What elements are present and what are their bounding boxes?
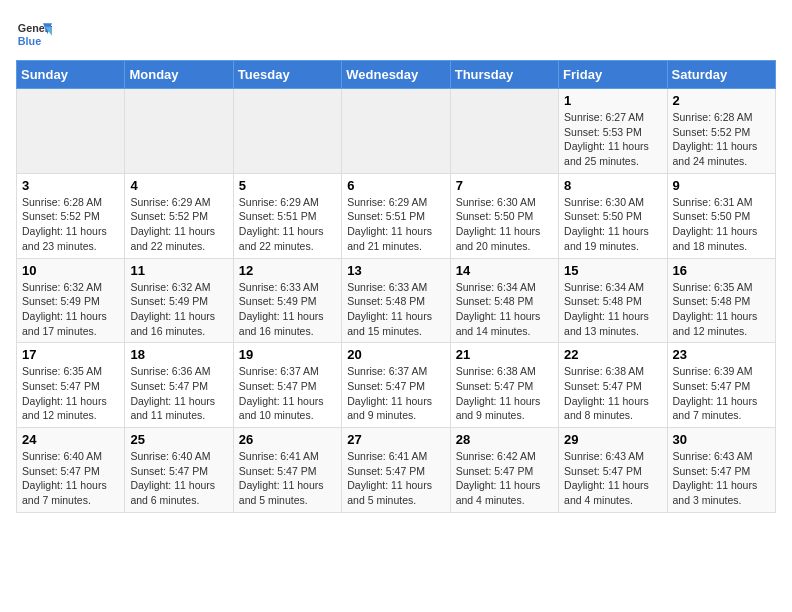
day-cell: 15Sunrise: 6:34 AM Sunset: 5:48 PM Dayli… bbox=[559, 258, 667, 343]
day-cell: 22Sunrise: 6:38 AM Sunset: 5:47 PM Dayli… bbox=[559, 343, 667, 428]
day-cell: 27Sunrise: 6:41 AM Sunset: 5:47 PM Dayli… bbox=[342, 428, 450, 513]
day-number: 15 bbox=[564, 263, 661, 278]
day-cell: 18Sunrise: 6:36 AM Sunset: 5:47 PM Dayli… bbox=[125, 343, 233, 428]
header: General Blue bbox=[16, 16, 776, 52]
day-cell: 21Sunrise: 6:38 AM Sunset: 5:47 PM Dayli… bbox=[450, 343, 558, 428]
day-cell: 23Sunrise: 6:39 AM Sunset: 5:47 PM Dayli… bbox=[667, 343, 775, 428]
day-info: Sunrise: 6:32 AM Sunset: 5:49 PM Dayligh… bbox=[130, 280, 227, 339]
day-cell: 28Sunrise: 6:42 AM Sunset: 5:47 PM Dayli… bbox=[450, 428, 558, 513]
day-number: 5 bbox=[239, 178, 336, 193]
day-cell: 7Sunrise: 6:30 AM Sunset: 5:50 PM Daylig… bbox=[450, 173, 558, 258]
logo: General Blue bbox=[16, 16, 52, 52]
day-info: Sunrise: 6:41 AM Sunset: 5:47 PM Dayligh… bbox=[239, 449, 336, 508]
calendar-table: SundayMondayTuesdayWednesdayThursdayFrid… bbox=[16, 60, 776, 513]
col-header-tuesday: Tuesday bbox=[233, 61, 341, 89]
day-info: Sunrise: 6:43 AM Sunset: 5:47 PM Dayligh… bbox=[564, 449, 661, 508]
day-cell bbox=[233, 89, 341, 174]
day-number: 23 bbox=[673, 347, 770, 362]
day-number: 30 bbox=[673, 432, 770, 447]
day-number: 2 bbox=[673, 93, 770, 108]
day-info: Sunrise: 6:31 AM Sunset: 5:50 PM Dayligh… bbox=[673, 195, 770, 254]
day-number: 8 bbox=[564, 178, 661, 193]
day-cell: 13Sunrise: 6:33 AM Sunset: 5:48 PM Dayli… bbox=[342, 258, 450, 343]
col-header-wednesday: Wednesday bbox=[342, 61, 450, 89]
day-number: 27 bbox=[347, 432, 444, 447]
day-info: Sunrise: 6:27 AM Sunset: 5:53 PM Dayligh… bbox=[564, 110, 661, 169]
day-cell bbox=[342, 89, 450, 174]
week-row-2: 3Sunrise: 6:28 AM Sunset: 5:52 PM Daylig… bbox=[17, 173, 776, 258]
day-cell: 25Sunrise: 6:40 AM Sunset: 5:47 PM Dayli… bbox=[125, 428, 233, 513]
day-info: Sunrise: 6:39 AM Sunset: 5:47 PM Dayligh… bbox=[673, 364, 770, 423]
day-number: 14 bbox=[456, 263, 553, 278]
day-cell: 29Sunrise: 6:43 AM Sunset: 5:47 PM Dayli… bbox=[559, 428, 667, 513]
day-cell: 9Sunrise: 6:31 AM Sunset: 5:50 PM Daylig… bbox=[667, 173, 775, 258]
day-info: Sunrise: 6:42 AM Sunset: 5:47 PM Dayligh… bbox=[456, 449, 553, 508]
day-cell: 16Sunrise: 6:35 AM Sunset: 5:48 PM Dayli… bbox=[667, 258, 775, 343]
week-row-1: 1Sunrise: 6:27 AM Sunset: 5:53 PM Daylig… bbox=[17, 89, 776, 174]
day-number: 7 bbox=[456, 178, 553, 193]
day-cell: 14Sunrise: 6:34 AM Sunset: 5:48 PM Dayli… bbox=[450, 258, 558, 343]
day-number: 4 bbox=[130, 178, 227, 193]
day-info: Sunrise: 6:28 AM Sunset: 5:52 PM Dayligh… bbox=[673, 110, 770, 169]
day-number: 24 bbox=[22, 432, 119, 447]
day-number: 3 bbox=[22, 178, 119, 193]
day-number: 11 bbox=[130, 263, 227, 278]
logo-icon: General Blue bbox=[16, 16, 52, 52]
day-number: 19 bbox=[239, 347, 336, 362]
day-number: 20 bbox=[347, 347, 444, 362]
day-cell: 12Sunrise: 6:33 AM Sunset: 5:49 PM Dayli… bbox=[233, 258, 341, 343]
day-cell bbox=[125, 89, 233, 174]
svg-text:Blue: Blue bbox=[18, 35, 41, 47]
day-cell: 1Sunrise: 6:27 AM Sunset: 5:53 PM Daylig… bbox=[559, 89, 667, 174]
col-header-saturday: Saturday bbox=[667, 61, 775, 89]
day-info: Sunrise: 6:32 AM Sunset: 5:49 PM Dayligh… bbox=[22, 280, 119, 339]
day-number: 9 bbox=[673, 178, 770, 193]
day-info: Sunrise: 6:38 AM Sunset: 5:47 PM Dayligh… bbox=[456, 364, 553, 423]
day-info: Sunrise: 6:30 AM Sunset: 5:50 PM Dayligh… bbox=[564, 195, 661, 254]
day-info: Sunrise: 6:28 AM Sunset: 5:52 PM Dayligh… bbox=[22, 195, 119, 254]
day-cell: 3Sunrise: 6:28 AM Sunset: 5:52 PM Daylig… bbox=[17, 173, 125, 258]
day-number: 21 bbox=[456, 347, 553, 362]
day-info: Sunrise: 6:41 AM Sunset: 5:47 PM Dayligh… bbox=[347, 449, 444, 508]
col-header-thursday: Thursday bbox=[450, 61, 558, 89]
day-info: Sunrise: 6:43 AM Sunset: 5:47 PM Dayligh… bbox=[673, 449, 770, 508]
day-cell: 17Sunrise: 6:35 AM Sunset: 5:47 PM Dayli… bbox=[17, 343, 125, 428]
day-number: 28 bbox=[456, 432, 553, 447]
day-info: Sunrise: 6:38 AM Sunset: 5:47 PM Dayligh… bbox=[564, 364, 661, 423]
day-number: 12 bbox=[239, 263, 336, 278]
day-number: 18 bbox=[130, 347, 227, 362]
day-cell: 11Sunrise: 6:32 AM Sunset: 5:49 PM Dayli… bbox=[125, 258, 233, 343]
day-info: Sunrise: 6:29 AM Sunset: 5:52 PM Dayligh… bbox=[130, 195, 227, 254]
day-info: Sunrise: 6:33 AM Sunset: 5:49 PM Dayligh… bbox=[239, 280, 336, 339]
day-number: 1 bbox=[564, 93, 661, 108]
day-number: 10 bbox=[22, 263, 119, 278]
day-cell: 24Sunrise: 6:40 AM Sunset: 5:47 PM Dayli… bbox=[17, 428, 125, 513]
day-number: 29 bbox=[564, 432, 661, 447]
col-header-friday: Friday bbox=[559, 61, 667, 89]
week-row-3: 10Sunrise: 6:32 AM Sunset: 5:49 PM Dayli… bbox=[17, 258, 776, 343]
col-header-monday: Monday bbox=[125, 61, 233, 89]
day-cell: 20Sunrise: 6:37 AM Sunset: 5:47 PM Dayli… bbox=[342, 343, 450, 428]
day-cell: 26Sunrise: 6:41 AM Sunset: 5:47 PM Dayli… bbox=[233, 428, 341, 513]
day-info: Sunrise: 6:29 AM Sunset: 5:51 PM Dayligh… bbox=[347, 195, 444, 254]
day-info: Sunrise: 6:34 AM Sunset: 5:48 PM Dayligh… bbox=[564, 280, 661, 339]
day-cell: 4Sunrise: 6:29 AM Sunset: 5:52 PM Daylig… bbox=[125, 173, 233, 258]
col-header-sunday: Sunday bbox=[17, 61, 125, 89]
day-info: Sunrise: 6:35 AM Sunset: 5:48 PM Dayligh… bbox=[673, 280, 770, 339]
day-info: Sunrise: 6:33 AM Sunset: 5:48 PM Dayligh… bbox=[347, 280, 444, 339]
day-info: Sunrise: 6:40 AM Sunset: 5:47 PM Dayligh… bbox=[22, 449, 119, 508]
day-number: 22 bbox=[564, 347, 661, 362]
day-number: 6 bbox=[347, 178, 444, 193]
week-row-4: 17Sunrise: 6:35 AM Sunset: 5:47 PM Dayli… bbox=[17, 343, 776, 428]
day-cell bbox=[17, 89, 125, 174]
calendar-header-row: SundayMondayTuesdayWednesdayThursdayFrid… bbox=[17, 61, 776, 89]
day-info: Sunrise: 6:35 AM Sunset: 5:47 PM Dayligh… bbox=[22, 364, 119, 423]
day-cell: 6Sunrise: 6:29 AM Sunset: 5:51 PM Daylig… bbox=[342, 173, 450, 258]
day-info: Sunrise: 6:40 AM Sunset: 5:47 PM Dayligh… bbox=[130, 449, 227, 508]
day-cell bbox=[450, 89, 558, 174]
day-number: 13 bbox=[347, 263, 444, 278]
day-number: 26 bbox=[239, 432, 336, 447]
day-cell: 2Sunrise: 6:28 AM Sunset: 5:52 PM Daylig… bbox=[667, 89, 775, 174]
day-cell: 10Sunrise: 6:32 AM Sunset: 5:49 PM Dayli… bbox=[17, 258, 125, 343]
day-cell: 5Sunrise: 6:29 AM Sunset: 5:51 PM Daylig… bbox=[233, 173, 341, 258]
